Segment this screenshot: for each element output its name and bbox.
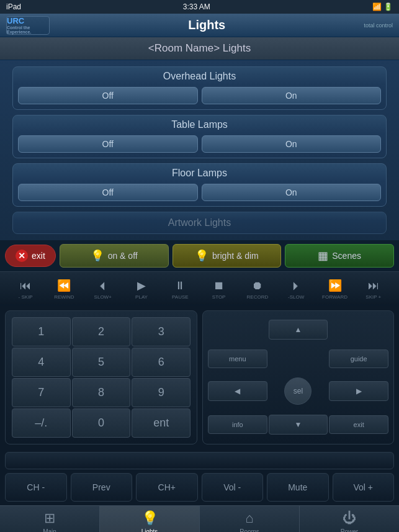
nav-menu-button[interactable]: menu <box>208 349 267 368</box>
floor-lamps-buttons: Off On <box>13 181 386 206</box>
ch-vol-row: CH - Prev CH+ Vol - Mute Vol + <box>5 473 394 502</box>
key-0[interactable]: 0 <box>72 408 131 438</box>
key-4[interactable]: 4 <box>12 348 71 377</box>
bulb-bright-icon: 💡 <box>195 249 208 263</box>
input-bar <box>5 452 394 469</box>
nav-left-button[interactable]: ◀ <box>208 381 267 401</box>
scenes-button[interactable]: ▦ Scenes <box>285 244 394 268</box>
skip-fwd-button[interactable]: ⏭ SKIP + <box>358 279 389 300</box>
scenes-icon: ▦ <box>318 249 328 263</box>
table-on-button[interactable]: On <box>202 135 382 153</box>
main-label: Main <box>43 528 56 532</box>
overhead-lights-control: Overhead Lights Off On <box>12 66 387 110</box>
nav-info-button[interactable]: info <box>208 415 267 434</box>
floor-lamps-control: Floor Lamps Off On <box>12 163 387 207</box>
floor-lamps-label: Floor Lamps <box>13 164 386 181</box>
vol-plus-button[interactable]: Vol + <box>333 473 395 502</box>
stop-label: STOP <box>212 294 226 300</box>
rooms-label: Rooms <box>240 528 259 532</box>
key-7[interactable]: 7 <box>12 378 71 407</box>
artwork-lights-control: Artwork Lights <box>12 212 387 234</box>
onoff-button[interactable]: 💡 on & off <box>60 244 169 268</box>
tab-power[interactable]: ⏻ Power <box>300 506 399 532</box>
lights-label: Lights <box>141 528 158 532</box>
slow-fwd-label: -SLOW <box>288 294 304 300</box>
nav-sel-button[interactable]: sel <box>284 377 312 405</box>
key-3[interactable]: 3 <box>132 317 191 346</box>
slow-back-button[interactable]: ⏴ SLOW+ <box>87 279 119 300</box>
overhead-off-button[interactable]: Off <box>18 87 198 104</box>
key-1[interactable]: 1 <box>12 317 71 346</box>
power-icon: ⏻ <box>343 510 356 526</box>
record-button[interactable]: ⏺ RECORD <box>242 279 273 300</box>
lights-icon: 💡 <box>141 510 158 526</box>
exit-button[interactable]: ✕ exit <box>5 245 56 267</box>
floor-on-button[interactable]: On <box>202 184 382 201</box>
bright-label: bright & dim <box>212 251 259 261</box>
skip-back-button[interactable]: ⏮ - SKIP <box>10 279 41 300</box>
nav-down-button[interactable]: ▼ <box>269 415 328 435</box>
tab-lights[interactable]: 💡 Lights <box>100 506 200 532</box>
slow-back-icon: ⏴ <box>97 279 109 293</box>
key-dash[interactable]: –/. <box>12 408 71 438</box>
ch-plus-button[interactable]: CH+ <box>136 473 198 502</box>
table-lamps-control: Table Lamps Off On <box>12 115 387 158</box>
vol-minus-button[interactable]: Vol - <box>202 473 264 502</box>
key-5[interactable]: 5 <box>72 348 131 377</box>
transport-buttons: ⏮ - SKIP ⏪ REWIND ⏴ SLOW+ ▶ PLAY ⏸ PAUSE… <box>6 277 393 302</box>
header-title: Lights <box>50 18 364 32</box>
time-display: 3:33 AM <box>183 2 210 11</box>
stop-icon: ⏹ <box>213 279 225 293</box>
transport-bar: ⏮ - SKIP ⏪ REWIND ⏴ SLOW+ ▶ PLAY ⏸ PAUSE… <box>0 271 399 305</box>
status-bar: iPad 3:33 AM 📶 🔋 <box>0 0 399 14</box>
overhead-lights-label: Overhead Lights <box>13 67 386 84</box>
slow-back-label: SLOW+ <box>94 294 112 300</box>
table-lamps-label: Table Lamps <box>13 115 386 133</box>
mute-button[interactable]: Mute <box>267 473 329 502</box>
ch-minus-button[interactable]: CH - <box>5 473 67 502</box>
key-8[interactable]: 8 <box>72 378 131 407</box>
nav-right-button[interactable]: ▶ <box>329 381 388 401</box>
key-9[interactable]: 9 <box>132 378 191 407</box>
skip-fwd-icon: ⏭ <box>368 279 379 293</box>
scenes-label: Scenes <box>332 251 361 261</box>
key-6[interactable]: 6 <box>132 348 191 377</box>
room-title: <Room Name> Lights <box>0 37 399 60</box>
play-label: PLAY <box>135 294 148 300</box>
floor-off-button[interactable]: Off <box>18 184 198 201</box>
nav-exit-button[interactable]: exit <box>329 415 388 434</box>
tab-main[interactable]: ⊞ Main <box>0 506 100 532</box>
forward-button[interactable]: ⏩ FORWARD <box>320 279 351 300</box>
table-off-button[interactable]: Off <box>18 135 198 153</box>
pause-label: PAUSE <box>172 294 189 300</box>
tab-rooms[interactable]: ⌂ Rooms <box>200 506 300 532</box>
device-label: iPad <box>6 2 21 11</box>
logo-text: URC <box>7 16 49 25</box>
play-button[interactable]: ▶ PLAY <box>126 279 157 300</box>
forward-label: FORWARD <box>322 294 347 300</box>
overhead-lights-buttons: Off On <box>13 84 386 109</box>
key-ent[interactable]: ent <box>132 408 191 438</box>
overhead-on-button[interactable]: On <box>202 87 382 104</box>
prev-button[interactable]: Prev <box>71 473 133 502</box>
artwork-lights-label: Artwork Lights <box>13 212 386 233</box>
bright-dim-button[interactable]: 💡 bright & dim <box>173 244 282 268</box>
pause-button[interactable]: ⏸ PAUSE <box>164 279 195 300</box>
skip-back-label: - SKIP <box>19 294 33 300</box>
nav-up-button[interactable]: ▲ <box>269 320 328 340</box>
bottom-nav: ⊞ Main 💡 Lights ⌂ Rooms ⏻ Power <box>0 505 399 532</box>
exit-x-icon: ✕ <box>16 250 28 262</box>
keypad-grid: 1 2 3 4 5 6 7 8 9 –/. 0 ent <box>12 317 191 438</box>
bottom-toolbar: ✕ exit 💡 on & off 💡 bright & dim ▦ Scene… <box>0 240 399 271</box>
totalcontrol-logo: total control <box>364 22 393 29</box>
rewind-icon: ⏪ <box>57 279 71 293</box>
stop-button[interactable]: ⏹ STOP <box>204 279 235 300</box>
rewind-label: REWIND <box>54 294 74 300</box>
nav-panel: ▲ menu guide ◀ sel ▶ info ▼ exit <box>202 310 394 444</box>
nav-guide-button[interactable]: guide <box>329 349 388 368</box>
key-2[interactable]: 2 <box>72 317 131 346</box>
onoff-label: on & off <box>108 251 138 261</box>
rewind-button[interactable]: ⏪ REWIND <box>48 279 79 300</box>
app-header: URC Control the Experience. Lights total… <box>0 14 399 37</box>
slow-fwd-button[interactable]: ⏵ -SLOW <box>280 279 312 300</box>
